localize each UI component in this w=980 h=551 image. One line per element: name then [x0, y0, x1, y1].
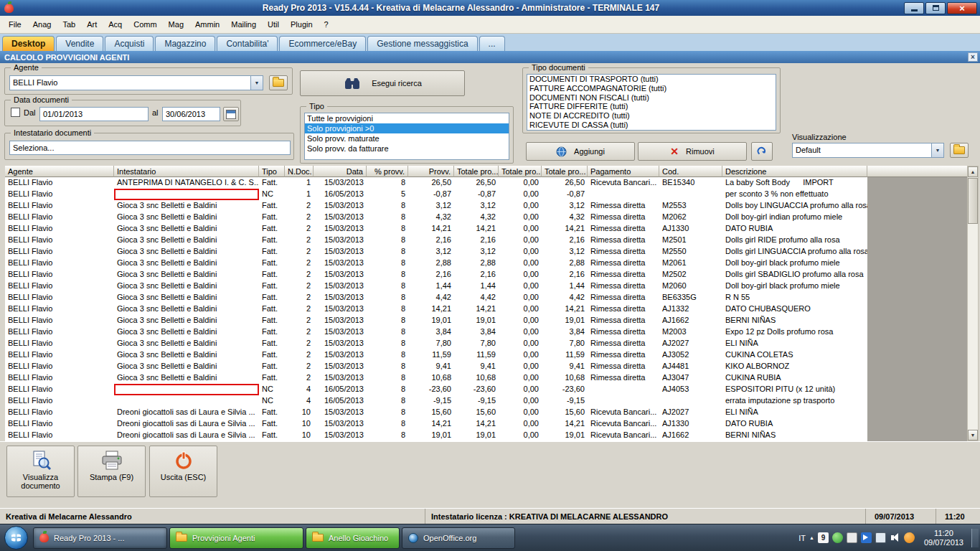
table-row[interactable]: BELLI FlavioNC116/05/20135-0,87-0,870,00…: [5, 189, 867, 200]
tray-volume-icon[interactable]: [890, 532, 900, 543]
vertical-scrollbar[interactable]: ▲ ▼: [967, 166, 979, 441]
table-row[interactable]: BELLI FlavioGioca 3 snc Belletti e Baldi…: [5, 372, 867, 384]
start-button[interactable]: [4, 526, 28, 550]
esegui-ricerca-button[interactable]: Esegui ricerca: [300, 70, 465, 96]
table-row[interactable]: BELLI FlavioGioca 3 snc Belletti e Baldi…: [5, 326, 867, 338]
table-row[interactable]: BELLI FlavioGioca 3 snc Belletti e Baldi…: [5, 269, 867, 281]
menu-item-comm[interactable]: Comm: [128, 16, 162, 33]
panel-close-icon[interactable]: ×: [968, 52, 978, 62]
uscita-button[interactable]: Uscita (ESC): [149, 446, 217, 497]
tipo-documenti-option-documenti-non-fiscali-tutti[interactable]: DOCUMENTI NON FISCALI (tutti): [527, 93, 776, 103]
stampa-button[interactable]: Stampa (F9): [77, 446, 146, 497]
tab-desktop[interactable]: Desktop: [2, 36, 55, 51]
table-row[interactable]: BELLI FlavioGioca 3 snc Belletti e Baldi…: [5, 303, 867, 315]
tab-magazzino[interactable]: Magazzino: [155, 36, 215, 51]
tray-flag-icon[interactable]: [861, 532, 872, 543]
column-header-provv-6[interactable]: Provv.: [408, 166, 454, 177]
scroll-down-icon[interactable]: ▼: [968, 430, 978, 441]
intestatario-field[interactable]: Seleziona...: [9, 141, 291, 155]
taskbar-button-ready-pro-2013[interactable]: Ready Pro 2013 - ...: [33, 527, 167, 549]
dal-checkbox[interactable]: [11, 108, 20, 117]
taskbar-button-openoffice-org[interactable]: OpenOffice.org: [402, 527, 515, 549]
table-row[interactable]: BELLI FlavioDreoni giocattoli sas di Lau…: [5, 407, 867, 418]
tipo-documenti-option-ricevute-di-cassa-tutti[interactable]: RICEVUTE DI CASSA (tutti): [527, 121, 776, 130]
show-hidden-icons-arrow-icon[interactable]: ▲: [809, 535, 814, 540]
tipo-documenti-option-fatture-differite-tutti[interactable]: FATTURE DIFFERITE (tutti): [527, 102, 776, 111]
tipo-option-solo-provvigioni-0[interactable]: Solo provvigioni >0: [305, 123, 509, 133]
tipo-documenti-option-documenti-di-trasporto-tutti[interactable]: DOCUMENTI DI TRASPORTO (tutti): [527, 75, 776, 84]
column-header-tipo-2[interactable]: Tipo: [259, 166, 285, 177]
tab-acquisti[interactable]: Acquisti: [105, 36, 154, 51]
tray-antivirus-icon[interactable]: [832, 532, 843, 543]
table-row[interactable]: BELLI FlavioGioca 3 snc Belletti e Baldi…: [5, 246, 867, 258]
visualizza-documento-button[interactable]: Visualizza documento: [6, 446, 75, 497]
column-header-agente-0[interactable]: Agente: [5, 166, 114, 177]
tray-update-icon[interactable]: [904, 532, 915, 543]
tipo-documenti-option-fatture-accompagnatorie-tutti[interactable]: FATTURE ACCOMPAGNATORIE (tutti): [527, 84, 776, 93]
chevron-down-icon[interactable]: ▼: [250, 76, 263, 90]
table-row[interactable]: BELLI FlavioNC416/05/20138-23,60-23,600,…: [5, 384, 867, 395]
minimize-button[interactable]: [904, 2, 924, 14]
menu-item-mailing[interactable]: Mailing: [225, 16, 262, 33]
taskbar-button-anello-gioachino[interactable]: Anello Gioachino: [306, 527, 400, 549]
visualizzazione-combobox[interactable]: Default ▼: [792, 143, 944, 158]
menu-item-util[interactable]: Util: [262, 16, 285, 33]
column-header-descrizione-12[interactable]: Descrizione: [722, 166, 867, 177]
table-row[interactable]: BELLI FlavioGioca 3 snc Belletti e Baldi…: [5, 281, 867, 292]
scroll-up-icon[interactable]: ▲: [968, 166, 978, 177]
aggiungi-button[interactable]: Aggiungi: [526, 142, 635, 161]
agente-combobox[interactable]: BELLI Flavio ▼: [9, 75, 263, 90]
tipo-option-solo-provv-da-fatturare[interactable]: Solo provv. da fatturare: [305, 143, 509, 154]
date-from-field[interactable]: 01/01/2013: [39, 107, 149, 121]
table-row[interactable]: BELLI FlavioNC416/05/20138-9,15-9,150,00…: [5, 395, 867, 407]
table-row[interactable]: BELLI FlavioGioca 3 snc Belletti e Baldi…: [5, 361, 867, 372]
table-row[interactable]: BELLI FlavioDreoni giocattoli sas di Lau…: [5, 430, 867, 441]
column-header-totale-pro-7[interactable]: Totale pro...: [454, 166, 499, 177]
tray-clipboard-icon[interactable]: [847, 532, 857, 543]
column-header-provv-5[interactable]: % provv.: [367, 166, 408, 177]
menu-item-mag[interactable]: Mag: [163, 16, 189, 33]
menu-item-tab[interactable]: Tab: [57, 16, 81, 33]
date-to-field[interactable]: 30/06/2013: [162, 107, 220, 121]
table-row[interactable]: BELLI FlavioGioca 3 snc Belletti e Baldi…: [5, 223, 867, 235]
column-header-data-4[interactable]: Data: [314, 166, 367, 177]
menu-item-item[interactable]: ?: [319, 16, 334, 33]
table-row[interactable]: BELLI FlavioGioca 3 snc Belletti e Baldi…: [5, 349, 867, 361]
menu-item-anag[interactable]: Anag: [27, 16, 57, 33]
column-header-intestatario-1[interactable]: Intestatario: [114, 166, 259, 177]
column-header-n-doc-3[interactable]: N.Doc.: [285, 166, 314, 177]
table-row[interactable]: BELLI FlavioGioca 3 snc Belletti e Baldi…: [5, 258, 867, 269]
close-button[interactable]: ×: [947, 2, 977, 14]
scrollbar-thumb[interactable]: [968, 178, 978, 224]
menu-item-art[interactable]: Art: [81, 16, 103, 33]
tab-item[interactable]: ...: [479, 36, 505, 51]
table-row[interactable]: BELLI FlavioGioca 3 snc Belletti e Baldi…: [5, 292, 867, 303]
table-row[interactable]: BELLI FlavioGioca 3 snc Belletti e Baldi…: [5, 200, 867, 212]
language-indicator[interactable]: IT: [798, 534, 806, 542]
calendar-button[interactable]: [223, 107, 239, 121]
table-row[interactable]: BELLI FlavioDreoni giocattoli sas di Lau…: [5, 418, 867, 430]
table-row[interactable]: BELLI FlavioANTEPRIMA DI NATANGELO I. & …: [5, 177, 867, 189]
restore-button[interactable]: [925, 2, 946, 14]
tray-network-icon[interactable]: [875, 532, 886, 543]
column-header-cod-11[interactable]: Cod.: [659, 166, 722, 177]
table-row[interactable]: BELLI FlavioGioca 3 snc Belletti e Baldi…: [5, 235, 867, 246]
table-row[interactable]: BELLI FlavioGioca 3 snc Belletti e Baldi…: [5, 315, 867, 326]
tipo-documenti-option-note-di-accredito-tutti[interactable]: NOTE DI ACCREDITO (tutti): [527, 111, 776, 121]
table-row[interactable]: BELLI FlavioGioca 3 snc Belletti e Baldi…: [5, 338, 867, 349]
menu-item-plugin[interactable]: Plugin: [285, 16, 319, 33]
column-header-totale-pro-9[interactable]: Totale pro...: [542, 166, 588, 177]
agente-browse-button[interactable]: [269, 75, 288, 90]
tray-app-9-icon[interactable]: 9: [818, 532, 829, 543]
column-header-totale-pro-8[interactable]: Totale pro...: [499, 166, 542, 177]
menu-item-ammin[interactable]: Ammin: [189, 16, 225, 33]
tab-vendite[interactable]: Vendite: [56, 36, 103, 51]
taskbar-clock[interactable]: 11:20 09/07/2013: [924, 529, 963, 547]
show-desktop-button[interactable]: [971, 529, 979, 547]
tab-contabilita[interactable]: Contabilita': [217, 36, 278, 51]
column-header-pagamento-10[interactable]: Pagamento: [588, 166, 659, 177]
table-row[interactable]: BELLI FlavioGioca 3 snc Belletti e Baldi…: [5, 212, 867, 223]
chevron-down-icon[interactable]: ▼: [931, 143, 943, 157]
tipo-option-solo-provv-maturate[interactable]: Solo provv. maturate: [305, 133, 509, 143]
tipo-option-tutte-le-provvigioni[interactable]: Tutte le provvigioni: [305, 113, 509, 123]
